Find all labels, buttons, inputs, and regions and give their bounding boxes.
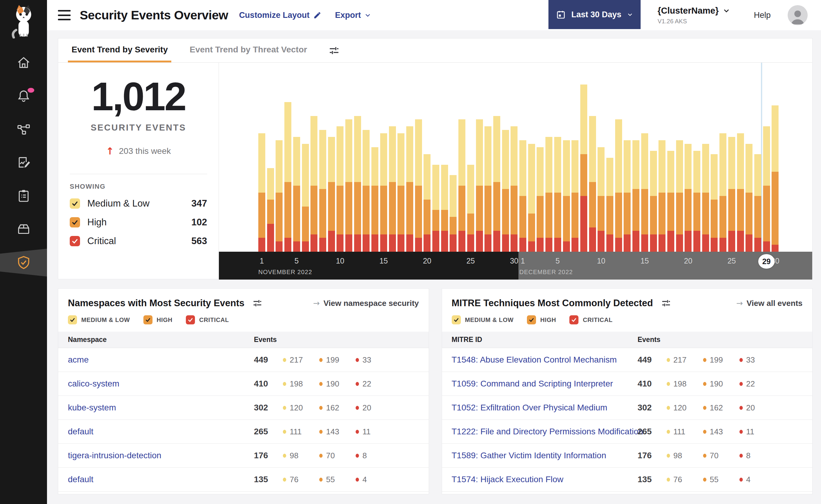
sidebar-item-home[interactable] [0,46,47,79]
namespace-link[interactable]: default [68,475,254,484]
sidebar-item-threat-defense[interactable] [0,249,47,277]
stacked-bar-day-45[interactable] [641,133,648,252]
stacked-bar-day-21[interactable] [432,165,439,252]
stacked-bar-day-48[interactable] [667,151,674,252]
stacked-bar-day-38[interactable] [580,85,587,252]
checkbox-high[interactable] [527,315,536,324]
sidebar-item-compliance[interactable] [0,179,47,213]
hamburger-menu-button[interactable] [58,10,71,20]
checkbox-critical[interactable] [186,315,195,324]
tune-settings-icon[interactable] [328,45,340,56]
checkbox-critical[interactable] [569,315,578,324]
namespace-link[interactable]: acme [68,355,254,365]
filter-medium[interactable]: MEDIUM & LOW [452,315,514,324]
stacked-bar-day-58[interactable] [754,154,761,252]
stacked-bar-day-8[interactable] [319,130,326,252]
filter-medium[interactable]: MEDIUM & LOW [68,315,130,324]
stacked-bar-day-25[interactable] [467,165,474,252]
stacked-bar-day-7[interactable] [311,116,318,252]
checkbox-high[interactable] [143,315,152,324]
stacked-bar-day-28[interactable] [493,116,500,252]
stacked-bar-day-18[interactable] [406,126,413,252]
stacked-bar-day-6[interactable] [302,144,309,252]
stacked-bar-day-22[interactable] [441,165,448,252]
stacked-bar-day-1[interactable] [258,133,265,252]
tune-settings-icon[interactable] [252,298,263,308]
legend-row-high[interactable]: High102 [58,213,219,232]
selected-day-badge[interactable]: 29 [758,254,775,269]
stacked-bar-day-54[interactable] [720,133,726,252]
stacked-bar-day-56[interactable] [737,133,744,252]
stacked-bar-day-34[interactable] [545,137,552,252]
checkbox-high[interactable] [70,217,80,227]
user-avatar[interactable] [788,5,808,25]
namespace-link[interactable]: default [68,427,254,436]
filter-critical[interactable]: CRITICAL [569,315,612,324]
stacked-bar-day-27[interactable] [484,126,491,252]
checkbox-medium[interactable] [452,315,461,324]
mitre-id-link[interactable]: T1222: File and Directory Permissions Mo… [452,427,638,436]
legend-row-medium[interactable]: Medium & Low347 [58,194,219,213]
mitre-id-link[interactable]: T1589: Gather Victim Identity Informatio… [452,451,638,460]
mitre-id-link[interactable]: T1059: Command and Scripting Interpreter [452,379,638,389]
stacked-bar-day-16[interactable] [389,126,396,252]
stacked-bar-day-30[interactable] [510,126,517,252]
stacked-bar-day-14[interactable] [371,147,378,252]
namespace-link[interactable]: kube-system [68,403,254,413]
view-namespace-security-link[interactable]: → View namespace security [313,299,419,308]
stacked-bar-day-37[interactable] [571,140,578,252]
checkbox-critical[interactable] [70,236,80,246]
stacked-bar-day-52[interactable] [702,144,709,252]
stacked-bar-day-26[interactable] [476,119,483,252]
stacked-bar-day-36[interactable] [563,140,570,252]
mitre-id-link[interactable]: T1052: Exfiltration Over Physical Medium [452,403,638,413]
stacked-bar-day-51[interactable] [693,151,700,252]
cluster-selector[interactable]: {ClusterName} V1.26 AKS [658,6,730,25]
legend-row-critical[interactable]: Critical563 [58,232,219,250]
tune-settings-icon[interactable] [661,298,671,308]
sidebar-item-alerts[interactable] [0,79,47,113]
stacked-bar-day-4[interactable] [284,102,291,252]
stacked-bar-day-55[interactable] [728,137,735,252]
stacked-bar-day-31[interactable] [519,140,526,252]
filter-high[interactable]: HIGH [527,315,556,324]
stacked-bar-day-60[interactable] [772,105,779,252]
stacked-bar-day-46[interactable] [650,151,657,252]
stacked-bar-day-11[interactable] [345,119,352,252]
customize-layout-button[interactable]: Customize Layout [239,11,322,20]
stacked-bar-day-20[interactable] [424,154,430,252]
stacked-bar-day-50[interactable] [685,144,692,252]
stacked-bar-day-47[interactable] [659,140,666,252]
stacked-bar-day-23[interactable] [450,175,457,252]
stacked-bar-day-5[interactable] [293,137,300,252]
stacked-bar-day-9[interactable] [328,137,335,252]
stacked-bar-day-15[interactable] [380,133,387,252]
filter-high[interactable]: HIGH [143,315,172,324]
view-all-events-link[interactable]: → View all events [736,299,803,308]
sidebar-item-service-graph[interactable] [0,113,47,146]
stacked-bar-day-24[interactable] [458,119,465,252]
stacked-bar-day-19[interactable] [415,119,422,252]
stacked-bar-day-2[interactable] [267,168,274,252]
stacked-bar-day-10[interactable] [337,126,344,252]
namespace-link[interactable]: calico-system [68,379,254,389]
stacked-bar-day-17[interactable] [397,133,404,252]
stacked-bar-day-59[interactable] [763,126,770,252]
stacked-bar-day-13[interactable] [363,130,370,252]
stacked-bar-day-40[interactable] [597,147,604,252]
checkbox-medium[interactable] [70,198,80,209]
stacked-bar-day-42[interactable] [615,119,622,252]
stacked-bar-day-3[interactable] [276,140,283,252]
tab-event-trend-by-severity[interactable]: Event Trend by Severity [68,38,171,62]
stacked-bar-day-39[interactable] [589,116,596,252]
mitre-id-link[interactable]: T1574: Hijack Execution Flow [452,475,638,484]
checkbox-medium[interactable] [68,315,77,324]
filter-critical[interactable]: CRITICAL [186,315,229,324]
export-button[interactable]: Export [335,11,371,20]
stacked-bar-day-32[interactable] [528,144,535,252]
stacked-bar-day-12[interactable] [354,116,361,252]
tab-event-trend-by-threat-vector[interactable]: Event Trend by Threat Vector [186,38,311,62]
sidebar-item-policies[interactable] [0,146,47,179]
stacked-bar-day-49[interactable] [676,140,683,252]
help-link[interactable]: Help [754,11,771,20]
